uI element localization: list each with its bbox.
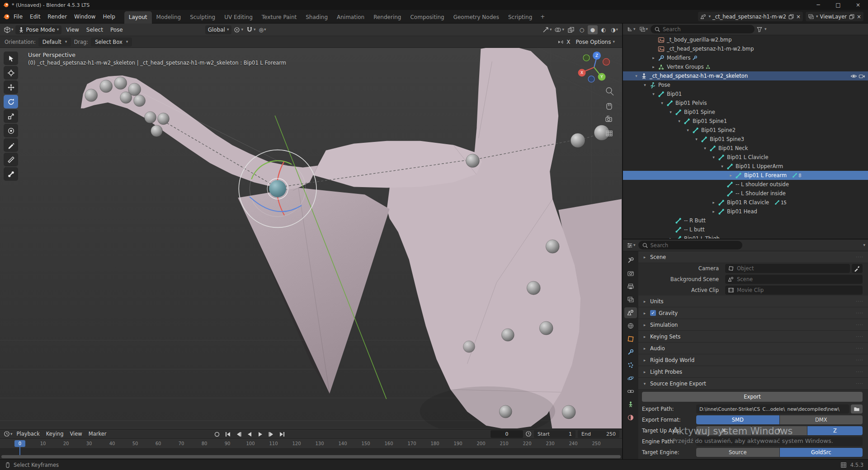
- outliner-row-bip01-spine2[interactable]: ▾Bip01 Spine2: [623, 126, 868, 135]
- expand-icon[interactable]: ▾: [685, 128, 691, 132]
- tool-transform[interactable]: [4, 124, 18, 137]
- xray-toggle[interactable]: [566, 25, 576, 34]
- minimize-button[interactable]: ─: [808, 0, 828, 10]
- option-source[interactable]: Source: [696, 448, 779, 457]
- disable-in-renders-icon[interactable]: [859, 73, 865, 80]
- expand-icon[interactable]: ▾: [633, 74, 639, 78]
- proportional-editing-toggle[interactable]: ◎ ▾: [258, 25, 268, 34]
- close-button[interactable]: ×: [848, 0, 868, 10]
- mirror-icon[interactable]: [557, 39, 564, 45]
- maximize-button[interactable]: □: [828, 0, 848, 10]
- outliner-row--ct-head-spetsnaz-h1-m-w2-skeleton[interactable]: ▾_ct_head_spetsnaz-h1-m-w2_skeleton: [623, 71, 868, 80]
- menu-edit[interactable]: Edit: [26, 12, 44, 22]
- pivot-point-dropdown[interactable]: ▾: [232, 25, 244, 34]
- orientation-setting-dropdown[interactable]: Default ▾: [38, 38, 71, 47]
- panel-section-rigid-body-world[interactable]: ▸Rigid Body World····: [638, 354, 868, 366]
- previous-keyframe-button[interactable]: [233, 430, 243, 438]
- tool-select-box[interactable]: [4, 52, 18, 65]
- outliner-row-bip01-spine1[interactable]: ▾Bip01 Spine1: [623, 117, 868, 126]
- outliner-row-bip01-l-clavicle[interactable]: ▾Bip01 L Clavicle: [623, 153, 868, 162]
- panel-section-scene[interactable]: ▸ Scene ····: [638, 251, 868, 263]
- menu-file[interactable]: File: [10, 12, 26, 22]
- timeline-menu-keying[interactable]: Keying: [43, 430, 67, 438]
- jump-to-end-button[interactable]: [277, 430, 287, 438]
- panel-section-keying-sets[interactable]: ▸Keying Sets····: [638, 331, 868, 343]
- expand-icon[interactable]: ▸: [711, 209, 717, 214]
- panel-section-units[interactable]: ▸Units····: [638, 296, 868, 307]
- properties-tab-particles[interactable]: [624, 360, 637, 371]
- eyedropper-button[interactable]: [852, 264, 863, 273]
- copy-icon[interactable]: [788, 14, 794, 20]
- workspace-tab-compositing[interactable]: Compositing: [406, 11, 448, 24]
- outliner-row--l-butt[interactable]: -- L butt: [623, 225, 868, 234]
- gravity-checkbox[interactable]: ✓: [650, 310, 656, 316]
- option-z[interactable]: Z: [807, 426, 863, 435]
- expand-icon[interactable]: ▾: [702, 146, 708, 150]
- menu-window[interactable]: Window: [71, 12, 99, 22]
- auto-keying-toggle[interactable]: [212, 430, 222, 438]
- outliner-row-bip01-pelvis[interactable]: ▾Bip01 Pelvis: [623, 99, 868, 108]
- shading-wireframe-button[interactable]: ○: [577, 25, 587, 34]
- shading-solid-button[interactable]: ●: [588, 25, 598, 34]
- start-frame-field[interactable]: Start 1: [534, 430, 576, 438]
- outliner-row-bip01-neck[interactable]: ▾Bip01 Neck: [623, 144, 868, 153]
- workspace-tab-animation[interactable]: Animation: [332, 11, 369, 24]
- expand-icon[interactable]: ▾: [676, 119, 682, 123]
- playhead-line[interactable]: [19, 447, 20, 455]
- tool-rotate[interactable]: [4, 95, 18, 108]
- properties-tab-tool[interactable]: [624, 255, 637, 266]
- snapping-toggle[interactable]: ▾: [245, 25, 257, 34]
- properties-tab-constraints[interactable]: [624, 386, 637, 397]
- overlays-dropdown[interactable]: ▾: [553, 25, 565, 34]
- panel-section-simulation[interactable]: ▸Simulation····: [638, 319, 868, 331]
- workspace-tab-texture-paint[interactable]: Texture Paint: [257, 11, 301, 24]
- filter-icon[interactable]: [756, 26, 763, 33]
- outliner-row-pose[interactable]: ▾Pose: [623, 80, 868, 89]
- properties-tab-modifiers[interactable]: [624, 347, 637, 357]
- properties-tab-world[interactable]: [624, 320, 637, 331]
- view-layer-selector[interactable]: ▾ ViewLayer ×: [806, 12, 863, 21]
- outliner-row-bip01-l-upperarm[interactable]: ▾Bip01 L UpperArm: [623, 162, 868, 171]
- outliner-row--t-body-guerilla-w2-bmp[interactable]: _t_body_guerilla-w2.bmp: [623, 35, 868, 44]
- active-clip-field[interactable]: Movie Clip: [725, 286, 863, 295]
- outliner-row--l-shoulder-outside[interactable]: -- L shoulder outside: [623, 180, 868, 189]
- tool-annotate[interactable]: [4, 138, 18, 152]
- play-reverse-button[interactable]: [244, 430, 254, 438]
- play-button[interactable]: [255, 430, 265, 438]
- chevron-down-icon[interactable]: ▾: [764, 27, 767, 31]
- chevron-down-icon[interactable]: ▾: [863, 243, 865, 247]
- expand-icon[interactable]: ▾: [642, 83, 648, 87]
- menu-help[interactable]: Help: [99, 12, 118, 22]
- background-scene-field[interactable]: Scene: [725, 275, 863, 284]
- outliner-row-modifiers[interactable]: ▸Modifiers: [623, 53, 868, 62]
- workspace-tab-uv-editing[interactable]: UV Editing: [220, 11, 257, 24]
- option-x[interactable]: X: [696, 426, 751, 435]
- properties-editor-type-button[interactable]: ▾: [626, 241, 637, 250]
- properties-tab-view-layer[interactable]: [624, 294, 637, 305]
- pose-options-dropdown[interactable]: Pose Options ▾: [573, 38, 618, 47]
- engine-path-field[interactable]: [696, 437, 863, 446]
- timeline-menu-marker[interactable]: Marker: [85, 430, 110, 438]
- workspace-tab-modeling[interactable]: Modeling: [152, 11, 186, 24]
- tool-scale[interactable]: [4, 109, 18, 123]
- option-goldsrc[interactable]: GoldSrc: [780, 448, 863, 457]
- tool-measure[interactable]: [4, 153, 18, 166]
- properties-tab-physics[interactable]: [624, 373, 637, 384]
- menu-render[interactable]: Render: [44, 12, 71, 22]
- properties-tab-render[interactable]: [624, 268, 637, 279]
- blender-menu-icon[interactable]: [3, 13, 10, 20]
- hide-in-viewport-icon[interactable]: [850, 73, 857, 80]
- timeline-menu-playback[interactable]: Playback: [14, 430, 43, 438]
- outliner-row-bip01-l-forearm[interactable]: ▸Bip01 L Forearm8: [623, 171, 868, 180]
- outliner-row-bip01[interactable]: ▾Bip01: [623, 89, 868, 99]
- jump-to-start-button[interactable]: [222, 430, 232, 438]
- expand-icon[interactable]: ▾: [693, 137, 699, 141]
- nav-axis-neg-z[interactable]: [588, 76, 594, 82]
- camera-field[interactable]: Object: [725, 264, 850, 273]
- expand-icon[interactable]: ▾: [668, 110, 674, 114]
- copy-icon[interactable]: [849, 14, 855, 20]
- close-icon[interactable]: ×: [796, 14, 801, 19]
- expand-icon[interactable]: ▸: [651, 56, 656, 60]
- properties-tab-material[interactable]: [624, 412, 637, 423]
- outliner-row-bip01-l-thigh[interactable]: ▸Bip01 L Thigh: [623, 234, 868, 239]
